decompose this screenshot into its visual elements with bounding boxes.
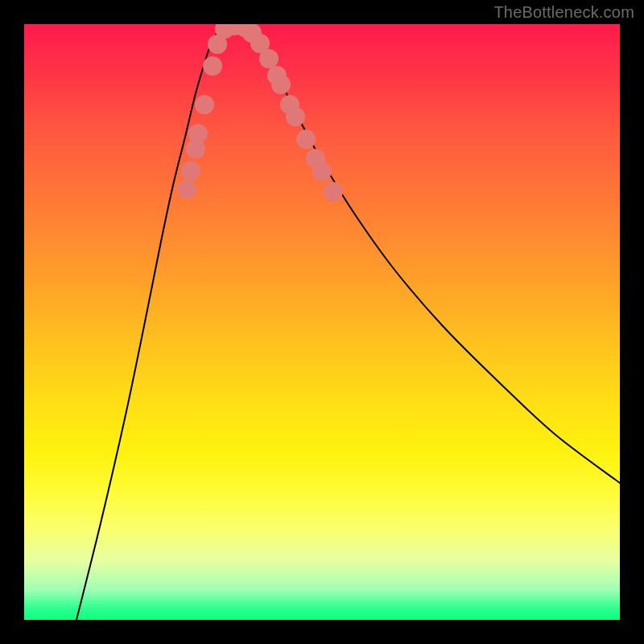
chart-frame: TheBottleneck.com <box>0 0 644 644</box>
chart-svg <box>24 24 620 620</box>
curve-left-curve <box>76 24 236 620</box>
marker-dot <box>195 95 214 114</box>
marker-dot <box>271 75 291 94</box>
marker-dot <box>296 130 316 149</box>
watermark-text: TheBottleneck.com <box>493 3 634 22</box>
marker-dot <box>203 56 222 76</box>
marker-dot <box>181 161 200 180</box>
plot-area <box>24 24 620 620</box>
curve-right-curve <box>236 24 620 483</box>
marker-dot <box>312 162 332 181</box>
marker-dot <box>324 182 343 201</box>
marker-dot <box>286 107 305 126</box>
marker-dot <box>188 124 208 143</box>
marker-dot <box>259 49 279 68</box>
marker-dot <box>177 180 196 199</box>
